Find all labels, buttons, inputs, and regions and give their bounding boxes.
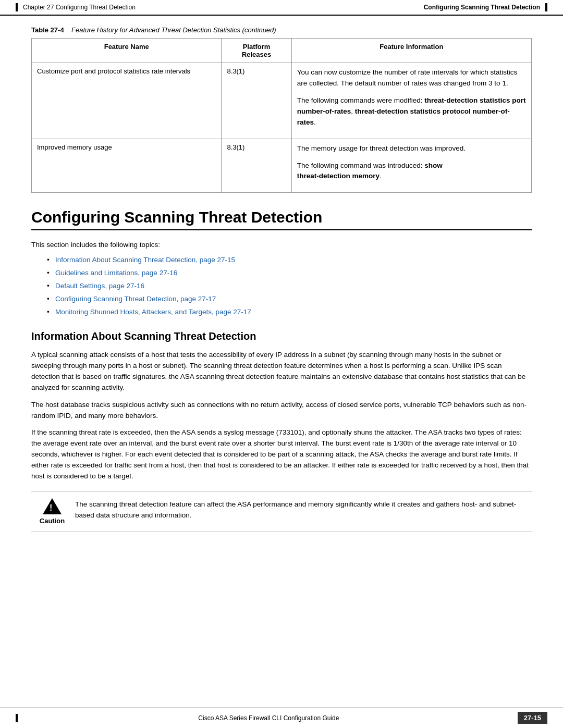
main-section-title: Configuring Scanning Threat Detection (31, 208, 532, 230)
header-right: Configuring Scanning Threat Detection (424, 3, 547, 11)
table-caption: Table 27-4 Feature History for Advanced … (31, 26, 532, 34)
header-right-bar (545, 3, 547, 11)
feature-info-2: The memory usage for threat detection wa… (291, 139, 531, 193)
topic-link-4[interactable]: Configuring Scanning Threat Detection, p… (55, 295, 216, 303)
footer-guide-title: Cisco ASA Series Firewall CLI Configurat… (198, 714, 339, 722)
platform-release-1: 8.3(1) (222, 63, 291, 139)
feature-table: Feature Name PlatformReleases Feature In… (31, 38, 532, 193)
table-row: Improved memory usage 8.3(1) The memory … (32, 139, 532, 193)
header-left-bar (16, 3, 18, 11)
header-left: Chapter 27 Configuring Threat Detection (16, 3, 136, 11)
page-footer: Cisco ASA Series Firewall CLI Configurat… (0, 707, 563, 728)
caution-icon-wrap: Caution (36, 498, 68, 525)
caution-label: Caution (40, 517, 65, 525)
topic-link-2[interactable]: Guidelines and Limitations, page 27-16 (55, 269, 177, 277)
subsection-para-2: The host database tracks suspicious acti… (31, 400, 532, 422)
list-item: Monitoring Shunned Hosts, Attackers, and… (47, 307, 532, 318)
topic-link-5[interactable]: Monitoring Shunned Hosts, Attackers, and… (55, 308, 251, 316)
list-item: Configuring Scanning Threat Detection, p… (47, 294, 532, 305)
page-header: Chapter 27 Configuring Threat Detection … (0, 0, 563, 16)
feature-name-1: Customize port and protocol statistics r… (32, 63, 222, 139)
feature-info-1: You can now customize the number of rate… (291, 63, 531, 139)
col-header-info: Feature Information (291, 39, 531, 63)
list-item: Default Settings, page 27-16 (47, 281, 532, 292)
list-item: Guidelines and Limitations, page 27-16 (47, 268, 532, 279)
chapter-text: Chapter 27 Configuring Threat Detection (23, 4, 136, 11)
table-number: Table 27-4 (31, 26, 64, 34)
caution-box: Caution The scanning threat detection fe… (31, 491, 532, 532)
feature-name-2: Improved memory usage (32, 139, 222, 193)
subsection-para-3: If the scanning threat rate is exceeded,… (31, 427, 532, 482)
col-header-platform: PlatformReleases (222, 39, 291, 63)
subsection-title: Information About Scanning Threat Detect… (31, 330, 532, 342)
caution-text: The scanning threat detection feature ca… (75, 498, 527, 521)
subsection-para-1: A typical scanning attack consists of a … (31, 350, 532, 393)
list-item: Information About Scanning Threat Detect… (47, 255, 532, 266)
platform-release-2: 8.3(1) (222, 139, 291, 193)
footer-left-bar (16, 714, 18, 722)
topics-list: Information About Scanning Threat Detect… (47, 255, 532, 318)
topics-intro: This section includes the following topi… (31, 240, 532, 251)
main-content: Table 27-4 Feature History for Advanced … (0, 16, 563, 572)
table-header-row: Feature Name PlatformReleases Feature In… (32, 39, 532, 63)
footer-page-number: 27-15 (518, 712, 547, 724)
topic-link-3[interactable]: Default Settings, page 27-16 (55, 282, 144, 290)
table-caption-text: Feature History for Advanced Threat Dete… (71, 26, 276, 34)
header-right-text: Configuring Scanning Threat Detection (424, 4, 540, 11)
topic-link-1[interactable]: Information About Scanning Threat Detect… (55, 256, 235, 264)
col-header-feature: Feature Name (32, 39, 222, 63)
caution-triangle-icon (43, 498, 62, 514)
table-row: Customize port and protocol statistics r… (32, 63, 532, 139)
